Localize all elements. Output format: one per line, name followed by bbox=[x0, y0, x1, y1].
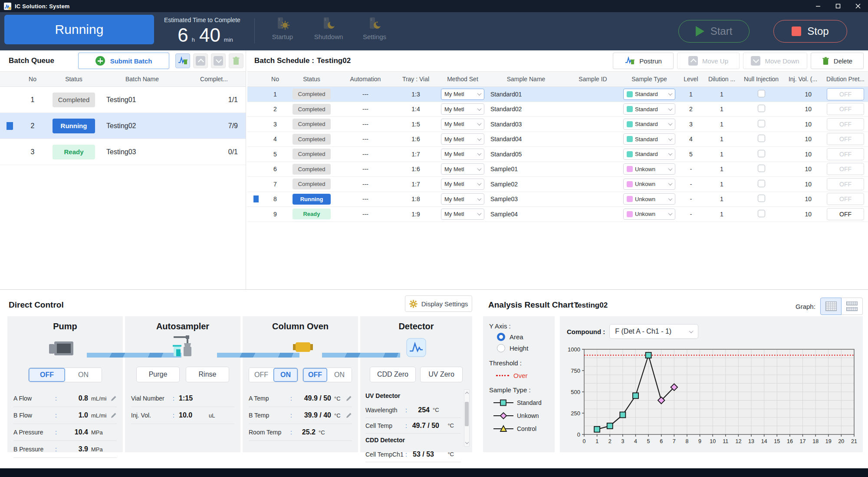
dilution-pretreatment-button[interactable]: OFF bbox=[827, 133, 864, 145]
schedule-row[interactable]: 4 Completed --- 1:6 My Metl Standard04 S… bbox=[247, 132, 868, 147]
chevron-down-icon bbox=[668, 91, 673, 96]
dilution-pretreatment-button[interactable]: OFF bbox=[827, 148, 864, 160]
method-set-value: My Metl bbox=[444, 196, 476, 202]
col-batch-name: Batch Name bbox=[102, 76, 182, 83]
method-set-select[interactable]: My Metl bbox=[441, 119, 484, 130]
schedule-dilution: 1 bbox=[704, 151, 740, 158]
schedule-automation: --- bbox=[338, 195, 393, 202]
edit-pencil-icon[interactable] bbox=[111, 395, 117, 401]
schedule-row[interactable]: 2 Completed --- 1:4 My Metl Standard02 S… bbox=[247, 102, 868, 117]
submit-batch-button[interactable]: Submit Batch bbox=[78, 53, 169, 69]
dilution-pretreatment-button[interactable]: OFF bbox=[827, 208, 864, 220]
uv-zero-button[interactable]: UV Zero bbox=[420, 367, 463, 382]
purge-button[interactable]: Purge bbox=[136, 367, 180, 382]
queue-row[interactable]: 3 Ready Testing03 0/1 bbox=[0, 139, 246, 165]
sample-type-select[interactable]: Unkown bbox=[623, 193, 675, 205]
schedule-row[interactable]: 7 Completed --- 1:7 My Metl Sample02 Unk… bbox=[247, 177, 868, 192]
queue-move-down-button[interactable] bbox=[211, 53, 226, 68]
sample-type-select[interactable]: Standard bbox=[623, 103, 675, 115]
method-set-select[interactable]: My Metl bbox=[441, 163, 484, 175]
schedule-row[interactable]: 5 Completed --- 1:7 My Metl Standard05 S… bbox=[247, 147, 868, 162]
queue-move-up-button[interactable] bbox=[193, 53, 208, 68]
method-set-select[interactable]: My Metl bbox=[441, 103, 484, 115]
null-injection-checkbox[interactable] bbox=[758, 120, 765, 127]
maximize-button[interactable] bbox=[828, 0, 848, 12]
oven2-off-button[interactable]: OFF bbox=[303, 368, 327, 382]
dilution-pretreatment-button[interactable]: OFF bbox=[827, 178, 864, 190]
rinse-button[interactable]: Rinse bbox=[186, 367, 229, 382]
oven-on-button[interactable]: ON bbox=[273, 368, 298, 382]
pump-off-button[interactable]: OFF bbox=[29, 368, 65, 382]
edit-pencil-icon[interactable] bbox=[346, 395, 352, 401]
sample-type-select[interactable]: Unkown bbox=[623, 163, 675, 175]
method-set-select[interactable]: My Metl bbox=[441, 209, 484, 220]
dilution-pretreatment-button[interactable]: OFF bbox=[827, 103, 864, 115]
legend-item-control: Control bbox=[493, 425, 555, 433]
sample-type-select[interactable]: Unkown bbox=[623, 209, 675, 220]
postrun-button[interactable]: Postrun bbox=[613, 53, 674, 69]
schedule-row[interactable]: 9 Ready --- 1:9 My Metl Sample04 Unkown … bbox=[247, 207, 868, 222]
oven2-on-button[interactable]: ON bbox=[327, 368, 352, 382]
dilution-pretreatment-button[interactable]: OFF bbox=[827, 118, 864, 130]
scroll-up-icon[interactable] bbox=[465, 392, 468, 395]
null-injection-checkbox[interactable] bbox=[758, 90, 765, 97]
sample-type-select[interactable]: Standard bbox=[623, 89, 675, 100]
sample-type-select[interactable]: Unkown bbox=[623, 179, 675, 190]
close-button[interactable] bbox=[848, 0, 868, 12]
method-set-value: My Metl bbox=[444, 166, 476, 172]
method-set-select[interactable]: My Metl bbox=[441, 89, 484, 100]
schedule-row[interactable]: 3 Completed --- 1:5 My Metl Standard03 S… bbox=[247, 117, 868, 132]
null-injection-checkbox[interactable] bbox=[758, 195, 765, 202]
null-injection-checkbox[interactable] bbox=[758, 135, 765, 142]
null-injection-checkbox[interactable] bbox=[758, 210, 765, 217]
readout-row: A Temp: 49.9 / 50 °C bbox=[249, 390, 352, 407]
edit-pencil-icon[interactable] bbox=[346, 412, 352, 418]
start-button[interactable]: Start bbox=[678, 20, 750, 43]
dilution-pretreatment-button[interactable]: OFF bbox=[827, 88, 864, 100]
dilution-pretreatment-button[interactable]: OFF bbox=[827, 193, 864, 205]
sample-type-select[interactable]: Standard bbox=[623, 133, 675, 145]
y-axis-area-option[interactable]: Area bbox=[497, 333, 555, 341]
method-set-select[interactable]: My Metl bbox=[441, 149, 484, 160]
move-up-button[interactable]: Move Up bbox=[677, 53, 740, 69]
sample-type-select[interactable]: Standard bbox=[623, 149, 675, 160]
schedule-row[interactable]: 6 Completed --- 1:6 My Metl Sample01 Unk… bbox=[247, 162, 868, 177]
method-set-select[interactable]: My Metl bbox=[441, 193, 484, 205]
graph-split-view-button[interactable] bbox=[842, 298, 863, 315]
scrollbar-thumb[interactable] bbox=[465, 402, 469, 426]
graph-single-view-button[interactable] bbox=[820, 298, 842, 315]
settings-button[interactable]: Settings bbox=[359, 17, 390, 40]
stop-button[interactable]: Stop bbox=[773, 20, 847, 43]
schedule-row[interactable]: 8 Running --- 1:8 My Metl Sample03 Unkow… bbox=[247, 192, 868, 207]
cdd-zero-button[interactable]: CDD Zero bbox=[370, 367, 416, 382]
method-set-select[interactable]: My Metl bbox=[441, 179, 484, 190]
queue-row[interactable]: 2 Running Testing02 7/9 bbox=[0, 113, 246, 139]
settings-icon bbox=[367, 17, 382, 32]
shutdown-button[interactable]: Shutdown bbox=[313, 17, 344, 40]
sample-type-select[interactable]: Standard bbox=[623, 119, 675, 130]
dilution-pretreatment-button[interactable]: OFF bbox=[827, 163, 864, 175]
startup-button[interactable]: Startup bbox=[267, 17, 298, 40]
null-injection-checkbox[interactable] bbox=[758, 150, 765, 157]
null-injection-checkbox[interactable] bbox=[758, 105, 765, 112]
compound-select[interactable]: F (Det A - Ch1 - 1) bbox=[609, 324, 698, 339]
scroll-down-icon[interactable] bbox=[465, 441, 468, 444]
y-axis-height-option[interactable]: Height bbox=[497, 344, 555, 352]
move-down-button[interactable]: Move Down bbox=[743, 53, 807, 69]
detector-scrollbar[interactable] bbox=[464, 389, 470, 447]
null-injection-checkbox[interactable] bbox=[758, 165, 765, 172]
arrow-up-icon bbox=[688, 56, 698, 66]
queue-delete-button[interactable] bbox=[229, 53, 243, 68]
null-injection-checkbox[interactable] bbox=[758, 180, 765, 187]
display-settings-button[interactable]: Display Settings bbox=[405, 295, 472, 312]
queue-row[interactable]: 1 Completed Testing01 1/1 bbox=[0, 87, 246, 113]
schedule-row[interactable]: 1 Completed --- 1:3 My Metl Standard01 S… bbox=[247, 87, 868, 102]
pump-on-button[interactable]: ON bbox=[65, 368, 102, 382]
method-set-select[interactable]: My Metl bbox=[441, 133, 484, 145]
delete-button[interactable]: Delete bbox=[811, 53, 864, 69]
oven-off-button[interactable]: OFF bbox=[249, 368, 273, 382]
edit-pencil-icon[interactable] bbox=[111, 412, 117, 418]
chevron-down-icon bbox=[477, 166, 482, 171]
queue-postrun-button[interactable] bbox=[175, 53, 190, 68]
minimize-button[interactable] bbox=[808, 0, 828, 12]
